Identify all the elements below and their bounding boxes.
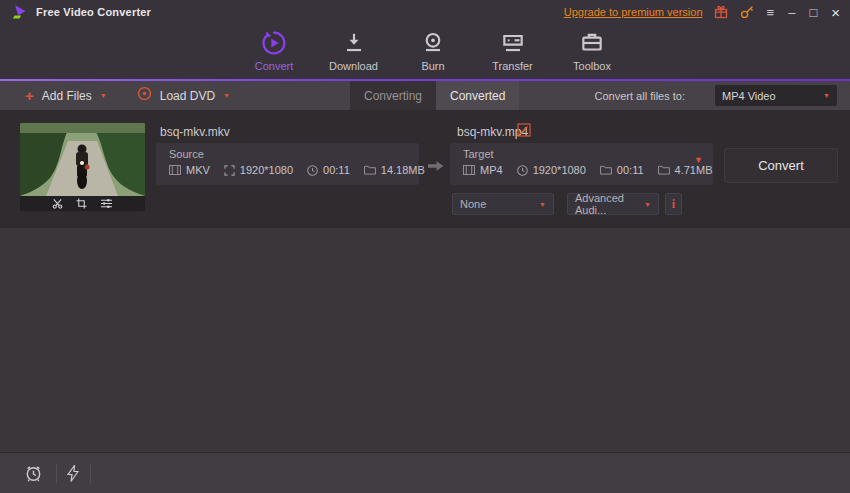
file-row: bsq-mkv.mkv Source MKV 1920*1080: [0, 110, 850, 228]
tab-converted[interactable]: Converted: [436, 81, 519, 110]
source-panel: Source MKV 1920*1080: [156, 143, 419, 185]
dvd-icon: [137, 86, 152, 105]
source-panel-title: Source: [169, 148, 406, 160]
download-icon: [341, 30, 367, 56]
trim-icon[interactable]: [52, 198, 63, 209]
output-format-value: MP4 Video: [722, 90, 819, 102]
app-window: Free Video Converter Upgrade to premium …: [0, 0, 850, 493]
schedule-icon[interactable]: [24, 464, 43, 487]
gift-icon[interactable]: [713, 4, 729, 20]
effect-dropdown-value: None: [460, 198, 535, 210]
format-meta: MKV: [169, 164, 210, 176]
filesize-meta: 14.18MB: [364, 164, 425, 176]
toolbar: + Add Files ▼ Load DVD ▼ Converting Conv…: [0, 81, 850, 110]
footer-divider: [90, 464, 91, 483]
tab-label: Download: [329, 60, 378, 72]
header: Free Video Converter Upgrade to premium …: [0, 0, 850, 80]
output-format-dropdown[interactable]: MP4 Video ▼: [715, 85, 837, 106]
crop-icon[interactable]: [76, 198, 87, 209]
tab-toolbox[interactable]: Toolbox: [556, 24, 628, 78]
source-filename: bsq-mkv.mkv: [160, 125, 230, 139]
file-list-empty-area: [0, 228, 850, 452]
load-dvd-label: Load DVD: [160, 89, 215, 103]
tab-label: Convert: [255, 60, 294, 72]
film-icon: [463, 165, 475, 175]
resolution-meta: 1920*1080: [224, 164, 293, 176]
maximize-button[interactable]: □: [807, 6, 819, 19]
upgrade-premium-link[interactable]: Upgrade to premium version: [564, 6, 703, 18]
duration-meta: 00:11: [307, 164, 350, 176]
chevron-down-icon[interactable]: ▼: [100, 92, 107, 99]
close-button[interactable]: ×: [829, 5, 842, 20]
duration-meta: 00:11: [600, 164, 644, 176]
chevron-down-icon[interactable]: ▼: [223, 92, 230, 99]
load-dvd-button[interactable]: Load DVD ▼: [107, 86, 230, 105]
thumbnail-image: [20, 123, 145, 196]
convert-button[interactable]: Convert: [724, 148, 838, 183]
folder-icon: [364, 165, 376, 175]
menu-icon[interactable]: ≡: [765, 6, 777, 19]
footer-divider: [56, 464, 57, 483]
convert-all-files-label: Convert all files to:: [595, 81, 685, 110]
thumbnail-toolbar: [20, 196, 145, 211]
clock-icon: [307, 165, 318, 176]
toolbox-icon: [579, 30, 605, 56]
minimize-button[interactable]: –: [786, 6, 797, 19]
resolution-meta: 1920*1080: [517, 164, 586, 176]
tab-transfer[interactable]: Transfer: [477, 24, 549, 78]
tab-convert[interactable]: Convert: [238, 24, 310, 78]
chevron-down-icon: ▼: [644, 201, 651, 208]
resolution-icon: [224, 165, 235, 176]
info-button[interactable]: i: [665, 193, 682, 215]
burn-icon: [420, 30, 446, 56]
tab-label: Toolbox: [573, 60, 611, 72]
arrow-right-icon: [428, 158, 444, 176]
effects-icon[interactable]: [100, 198, 113, 209]
advanced-audio-dropdown[interactable]: Advanced Audi... ▼: [567, 193, 659, 215]
audio-dropdown-value: Advanced Audi...: [575, 192, 640, 216]
app-title: Free Video Converter: [36, 6, 151, 18]
tab-download[interactable]: Download: [318, 24, 390, 78]
target-settings-chevron-icon[interactable]: ▼: [694, 155, 703, 165]
convert-icon: [261, 30, 287, 56]
status-filter-tabs: Converting Converted: [350, 81, 519, 110]
add-files-label: Add Files: [42, 89, 92, 103]
titlebar: Free Video Converter Upgrade to premium …: [0, 0, 850, 24]
folder-icon: [658, 165, 670, 175]
tab-burn[interactable]: Burn: [397, 24, 469, 78]
format-meta: MP4: [463, 164, 503, 176]
film-icon: [169, 165, 181, 175]
video-thumbnail[interactable]: [20, 123, 145, 211]
transfer-icon: [500, 30, 526, 56]
tab-label: Transfer: [492, 60, 533, 72]
key-login-icon[interactable]: [739, 4, 755, 20]
footer-bar: Output E:\Wondershare Free Video Convert…: [0, 452, 850, 493]
main-nav: Convert Download Burn: [238, 24, 628, 78]
add-files-button[interactable]: + Add Files ▼: [0, 87, 107, 104]
target-panel-title: Target: [463, 148, 700, 160]
plus-icon: +: [25, 87, 34, 104]
clock-icon: [517, 165, 528, 176]
high-speed-icon[interactable]: [67, 465, 79, 486]
filesize-meta: 4.71MB: [658, 164, 713, 176]
folder-icon: [600, 165, 612, 175]
chevron-down-icon: ▼: [823, 92, 830, 99]
target-panel: Target MP4 1920*1080: [450, 143, 713, 185]
effect-dropdown[interactable]: None ▼: [452, 193, 554, 215]
chevron-down-icon: ▼: [539, 201, 546, 208]
tab-label: Burn: [421, 60, 444, 72]
tab-converting[interactable]: Converting: [350, 81, 436, 110]
edit-filename-icon[interactable]: [517, 123, 531, 141]
app-logo-icon: [12, 4, 28, 20]
